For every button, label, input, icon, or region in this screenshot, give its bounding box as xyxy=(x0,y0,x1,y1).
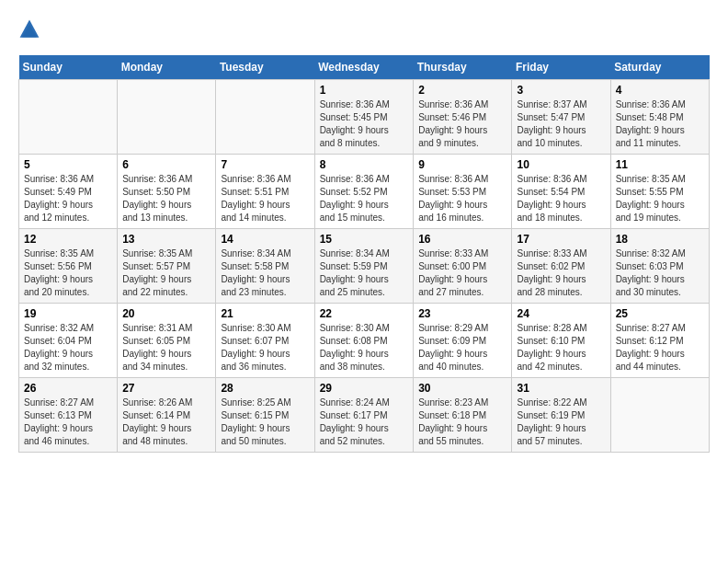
day-header-wednesday: Wednesday xyxy=(314,55,414,80)
week-row-3: 12Sunrise: 8:35 AM Sunset: 5:56 PM Dayli… xyxy=(19,229,710,304)
day-info: Sunrise: 8:36 AM Sunset: 5:52 PM Dayligh… xyxy=(320,173,409,224)
day-number: 3 xyxy=(517,84,605,97)
day-info: Sunrise: 8:36 AM Sunset: 5:48 PM Dayligh… xyxy=(616,98,704,150)
day-info: Sunrise: 8:36 AM Sunset: 5:46 PM Dayligh… xyxy=(418,98,506,150)
day-number: 13 xyxy=(122,233,210,246)
day-number: 26 xyxy=(24,382,112,395)
day-info: Sunrise: 8:29 AM Sunset: 6:09 PM Dayligh… xyxy=(418,322,506,373)
calendar-cell: 8Sunrise: 8:36 AM Sunset: 5:52 PM Daylig… xyxy=(314,155,414,229)
calendar-cell: 12Sunrise: 8:35 AM Sunset: 5:56 PM Dayli… xyxy=(19,229,118,304)
day-info: Sunrise: 8:36 AM Sunset: 5:54 PM Dayligh… xyxy=(517,173,605,224)
calendar-cell xyxy=(118,80,216,155)
calendar-cell: 15Sunrise: 8:34 AM Sunset: 5:59 PM Dayli… xyxy=(314,229,414,304)
calendar-cell xyxy=(216,80,314,155)
calendar-cell xyxy=(610,378,709,453)
calendar-cell: 19Sunrise: 8:32 AM Sunset: 6:04 PM Dayli… xyxy=(19,304,118,378)
calendar-cell: 6Sunrise: 8:36 AM Sunset: 5:50 PM Daylig… xyxy=(118,155,216,229)
day-number: 1 xyxy=(320,84,409,97)
day-header-saturday: Saturday xyxy=(610,55,709,80)
day-number: 31 xyxy=(517,382,605,395)
day-info: Sunrise: 8:35 AM Sunset: 5:56 PM Dayligh… xyxy=(24,247,112,299)
day-info: Sunrise: 8:34 AM Sunset: 5:59 PM Dayligh… xyxy=(320,247,409,299)
day-number: 19 xyxy=(24,307,112,320)
day-number: 4 xyxy=(616,84,704,97)
day-number: 30 xyxy=(418,382,506,395)
week-row-2: 5Sunrise: 8:36 AM Sunset: 5:49 PM Daylig… xyxy=(19,155,710,229)
calendar-cell: 31Sunrise: 8:22 AM Sunset: 6:19 PM Dayli… xyxy=(512,378,610,453)
calendar-cell: 25Sunrise: 8:27 AM Sunset: 6:12 PM Dayli… xyxy=(610,304,709,378)
day-info: Sunrise: 8:34 AM Sunset: 5:58 PM Dayligh… xyxy=(221,247,309,299)
calendar-cell: 1Sunrise: 8:36 AM Sunset: 5:45 PM Daylig… xyxy=(314,80,414,155)
day-number: 29 xyxy=(320,382,409,395)
day-info: Sunrise: 8:36 AM Sunset: 5:49 PM Dayligh… xyxy=(24,173,112,224)
day-info: Sunrise: 8:27 AM Sunset: 6:13 PM Dayligh… xyxy=(24,396,112,448)
calendar-cell: 18Sunrise: 8:32 AM Sunset: 6:03 PM Dayli… xyxy=(610,229,709,304)
day-info: Sunrise: 8:36 AM Sunset: 5:45 PM Dayligh… xyxy=(320,98,409,150)
logo-icon xyxy=(18,18,40,40)
calendar-cell: 22Sunrise: 8:30 AM Sunset: 6:08 PM Dayli… xyxy=(314,304,414,378)
calendar-cell: 5Sunrise: 8:36 AM Sunset: 5:49 PM Daylig… xyxy=(19,155,118,229)
day-number: 20 xyxy=(122,307,210,320)
day-info: Sunrise: 8:33 AM Sunset: 6:00 PM Dayligh… xyxy=(418,247,506,299)
day-info: Sunrise: 8:28 AM Sunset: 6:10 PM Dayligh… xyxy=(517,322,605,373)
calendar-cell: 16Sunrise: 8:33 AM Sunset: 6:00 PM Dayli… xyxy=(414,229,512,304)
day-number: 25 xyxy=(616,307,704,320)
calendar-cell: 7Sunrise: 8:36 AM Sunset: 5:51 PM Daylig… xyxy=(216,155,314,229)
day-number: 21 xyxy=(221,307,309,320)
day-info: Sunrise: 8:36 AM Sunset: 5:51 PM Dayligh… xyxy=(221,173,309,224)
day-header-tuesday: Tuesday xyxy=(216,55,314,80)
day-info: Sunrise: 8:37 AM Sunset: 5:47 PM Dayligh… xyxy=(517,98,605,150)
day-header-friday: Friday xyxy=(512,55,610,80)
calendar-body: 1Sunrise: 8:36 AM Sunset: 5:45 PM Daylig… xyxy=(19,80,710,453)
day-info: Sunrise: 8:33 AM Sunset: 6:02 PM Dayligh… xyxy=(517,247,605,299)
calendar-cell: 21Sunrise: 8:30 AM Sunset: 6:07 PM Dayli… xyxy=(216,304,314,378)
day-number: 11 xyxy=(616,158,704,171)
day-number: 17 xyxy=(517,233,605,246)
day-number: 8 xyxy=(320,158,409,171)
day-header-thursday: Thursday xyxy=(414,55,512,80)
calendar-cell: 28Sunrise: 8:25 AM Sunset: 6:15 PM Dayli… xyxy=(216,378,314,453)
day-info: Sunrise: 8:22 AM Sunset: 6:19 PM Dayligh… xyxy=(517,396,605,448)
day-number: 7 xyxy=(221,158,309,171)
day-info: Sunrise: 8:27 AM Sunset: 6:12 PM Dayligh… xyxy=(616,322,704,373)
day-number: 5 xyxy=(24,158,112,171)
calendar-cell xyxy=(19,80,118,155)
calendar-cell: 11Sunrise: 8:35 AM Sunset: 5:55 PM Dayli… xyxy=(610,155,709,229)
calendar-cell: 20Sunrise: 8:31 AM Sunset: 6:05 PM Dayli… xyxy=(118,304,216,378)
day-number: 16 xyxy=(418,233,506,246)
day-info: Sunrise: 8:23 AM Sunset: 6:18 PM Dayligh… xyxy=(418,396,506,448)
day-number: 2 xyxy=(418,84,506,97)
calendar-cell: 26Sunrise: 8:27 AM Sunset: 6:13 PM Dayli… xyxy=(19,378,118,453)
calendar-cell: 10Sunrise: 8:36 AM Sunset: 5:54 PM Dayli… xyxy=(512,155,610,229)
day-number: 12 xyxy=(24,233,112,246)
calendar-cell: 14Sunrise: 8:34 AM Sunset: 5:58 PM Dayli… xyxy=(216,229,314,304)
day-header-monday: Monday xyxy=(118,55,216,80)
day-number: 22 xyxy=(320,307,409,320)
calendar-cell: 29Sunrise: 8:24 AM Sunset: 6:17 PM Dayli… xyxy=(314,378,414,453)
day-info: Sunrise: 8:31 AM Sunset: 6:05 PM Dayligh… xyxy=(122,322,210,373)
calendar-cell: 23Sunrise: 8:29 AM Sunset: 6:09 PM Dayli… xyxy=(414,304,512,378)
calendar-table: SundayMondayTuesdayWednesdayThursdayFrid… xyxy=(18,55,710,453)
day-header-sunday: Sunday xyxy=(19,55,118,80)
day-info: Sunrise: 8:26 AM Sunset: 6:14 PM Dayligh… xyxy=(122,396,210,448)
day-number: 23 xyxy=(418,307,506,320)
calendar-cell: 17Sunrise: 8:33 AM Sunset: 6:02 PM Dayli… xyxy=(512,229,610,304)
day-info: Sunrise: 8:24 AM Sunset: 6:17 PM Dayligh… xyxy=(320,396,409,448)
calendar-cell: 30Sunrise: 8:23 AM Sunset: 6:18 PM Dayli… xyxy=(414,378,512,453)
calendar-header: SundayMondayTuesdayWednesdayThursdayFrid… xyxy=(19,55,710,80)
day-number: 10 xyxy=(517,158,605,171)
calendar-cell: 3Sunrise: 8:37 AM Sunset: 5:47 PM Daylig… xyxy=(512,80,610,155)
week-row-1: 1Sunrise: 8:36 AM Sunset: 5:45 PM Daylig… xyxy=(19,80,710,155)
day-headers-row: SundayMondayTuesdayWednesdayThursdayFrid… xyxy=(19,55,710,80)
day-number: 9 xyxy=(418,158,506,171)
day-number: 15 xyxy=(320,233,409,246)
day-info: Sunrise: 8:32 AM Sunset: 6:03 PM Dayligh… xyxy=(616,247,704,299)
day-info: Sunrise: 8:35 AM Sunset: 5:57 PM Dayligh… xyxy=(122,247,210,299)
day-info: Sunrise: 8:35 AM Sunset: 5:55 PM Dayligh… xyxy=(616,173,704,224)
calendar-cell: 4Sunrise: 8:36 AM Sunset: 5:48 PM Daylig… xyxy=(610,80,709,155)
day-info: Sunrise: 8:30 AM Sunset: 6:07 PM Dayligh… xyxy=(221,322,309,373)
page-header xyxy=(18,18,710,40)
day-info: Sunrise: 8:25 AM Sunset: 6:15 PM Dayligh… xyxy=(221,396,309,448)
calendar-cell: 2Sunrise: 8:36 AM Sunset: 5:46 PM Daylig… xyxy=(414,80,512,155)
day-number: 24 xyxy=(517,307,605,320)
